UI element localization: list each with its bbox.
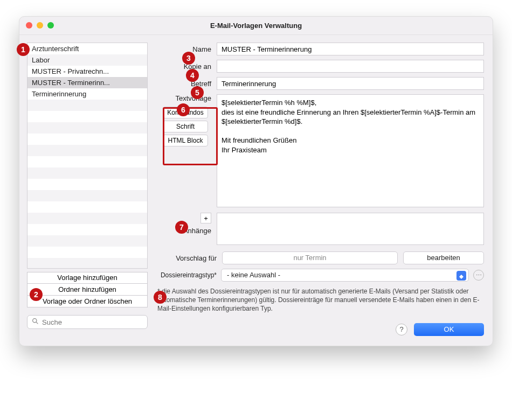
svg-line-1 (36, 322, 38, 324)
subject-input[interactable] (217, 77, 484, 90)
font-button[interactable]: Schrift (163, 121, 208, 132)
name-label: Name (156, 45, 217, 53)
titlebar: E-Mail-Vorlagen Verwaltung (19, 17, 493, 35)
add-template-button[interactable]: Vorlage hinzufügen (27, 272, 148, 284)
html-block-button[interactable]: HTML Block (163, 135, 208, 146)
proposal-value[interactable]: nur Termin (222, 251, 398, 264)
svg-point-0 (33, 319, 37, 323)
dossier-footnote: * die Auswahl des Dossiereintragstypen i… (156, 287, 484, 313)
proposal-edit-button[interactable]: bearbeiten (403, 251, 484, 264)
name-input[interactable] (217, 43, 484, 55)
list-item[interactable]: MUSTER - Privatrechn... (27, 66, 147, 77)
minimize-icon[interactable] (37, 22, 43, 29)
dossier-label: Dossiereintragstyp* (156, 271, 217, 279)
more-options-button[interactable]: ⋯ (473, 270, 484, 281)
cc-input[interactable] (217, 60, 484, 73)
cc-label: Kopie an (156, 62, 217, 71)
list-item[interactable]: MUSTER - Terminerinn... (27, 77, 147, 88)
delete-button[interactable]: Vorlage oder Ordner löschen (27, 296, 148, 307)
help-button[interactable]: ? (396, 324, 407, 335)
add-folder-button[interactable]: Ordner hinzufügen (27, 284, 148, 296)
commands-button[interactable]: Kommandos (163, 107, 208, 118)
ok-button[interactable]: OK (414, 323, 484, 336)
window: E-Mail-Vorlagen Verwaltung Arztunterschr… (19, 16, 493, 346)
template-label: Textvorlage (176, 94, 211, 102)
zoom-icon[interactable] (47, 22, 54, 29)
list-item[interactable]: Arztunterschrift (27, 43, 147, 54)
attachments-box[interactable] (217, 213, 484, 245)
template-list[interactable]: Arztunterschrift Labor MUSTER - Privatre… (27, 43, 148, 269)
attachments-label: Anhänge (183, 227, 211, 235)
proposal-label: Vorschlag für (156, 254, 217, 262)
subject-label: Betreff (156, 80, 217, 88)
close-icon[interactable] (26, 22, 32, 29)
search-input[interactable] (42, 318, 143, 326)
list-item[interactable]: Labor (27, 54, 147, 66)
chevron-updown-icon (456, 271, 466, 281)
dossier-select[interactable]: - keine Auswahl - (221, 269, 469, 282)
search-icon (32, 318, 39, 326)
list-item[interactable]: Terminerinnerung (27, 88, 147, 100)
add-attachment-button[interactable]: + (200, 213, 211, 223)
search-field[interactable] (27, 315, 148, 329)
template-body[interactable] (217, 94, 484, 207)
dossier-value: - keine Auswahl - (227, 271, 280, 279)
window-title: E-Mail-Vorlagen Verwaltung (210, 22, 302, 30)
